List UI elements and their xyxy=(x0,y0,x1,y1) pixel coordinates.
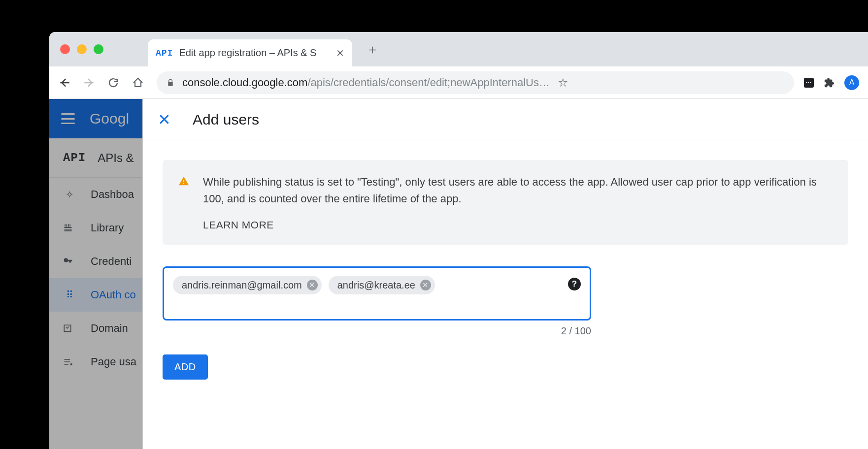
window-maximize-button[interactable] xyxy=(94,44,103,54)
home-button[interactable] xyxy=(132,77,147,89)
url-text: console.cloud.google.com/apis/credential… xyxy=(182,76,550,89)
add-users-panel: ✕ Add users While publishing status is s… xyxy=(143,99,868,449)
window-minimize-button[interactable] xyxy=(77,44,87,54)
panel-close-button[interactable]: ✕ xyxy=(158,110,171,129)
modal-scrim[interactable] xyxy=(49,99,143,449)
info-content: While publishing status is set to "Testi… xyxy=(203,174,833,231)
window-controls xyxy=(60,44,103,54)
profile-avatar[interactable]: A xyxy=(844,75,859,90)
url-host: console.cloud.google.com xyxy=(182,76,307,89)
panel-header: ✕ Add users xyxy=(143,99,868,140)
tab-favicon: API xyxy=(156,48,173,58)
browser-window: API Edit app registration – APIs & S ✕ ＋… xyxy=(49,32,868,449)
forward-button[interactable] xyxy=(83,76,98,89)
panel-title: Add users xyxy=(193,111,259,128)
user-counter: 2 / 100 xyxy=(163,325,591,337)
bookmark-star-icon[interactable]: ☆ xyxy=(558,76,568,90)
info-text: While publishing status is set to "Testi… xyxy=(203,174,833,207)
window-close-button[interactable] xyxy=(60,44,70,54)
tab-close-button[interactable]: ✕ xyxy=(336,47,344,59)
user-chip: andris.reinman@gmail.com ✕ xyxy=(173,276,322,294)
reload-button[interactable] xyxy=(107,77,122,89)
panel-body: While publishing status is set to "Testi… xyxy=(143,140,868,399)
toolbar: console.cloud.google.com/apis/credential… xyxy=(49,66,868,99)
chip-remove-button[interactable]: ✕ xyxy=(307,280,318,290)
chip-label: andris.reinman@gmail.com xyxy=(182,280,302,291)
new-tab-button[interactable]: ＋ xyxy=(366,41,379,58)
browser-tab[interactable]: API Edit app registration – APIs & S ✕ xyxy=(148,39,352,66)
chip-list: andris.reinman@gmail.com ✕ andris@kreata… xyxy=(173,276,581,294)
warning-icon xyxy=(178,176,189,187)
extensions-icon[interactable] xyxy=(824,77,835,88)
back-button[interactable] xyxy=(58,76,73,89)
chip-remove-button[interactable]: ✕ xyxy=(420,280,431,290)
user-chip: andris@kreata.ee ✕ xyxy=(329,276,435,294)
tab-title: Edit app registration – APIs & S xyxy=(179,47,330,59)
test-users-input[interactable]: andris.reinman@gmail.com ✕ andris@kreata… xyxy=(163,266,591,321)
help-icon[interactable]: ? xyxy=(568,278,581,290)
info-banner: While publishing status is set to "Testi… xyxy=(163,160,848,245)
app-content: Googl API APIs & ✧ Dashboa Library xyxy=(49,99,868,449)
add-button[interactable]: ADD xyxy=(163,354,208,380)
url-path: /apis/credentials/consent/edit;newAppInt… xyxy=(307,76,550,89)
address-bar[interactable]: console.cloud.google.com/apis/credential… xyxy=(157,71,794,94)
chip-label: andris@kreata.ee xyxy=(337,280,415,291)
learn-more-link[interactable]: LEARN MORE xyxy=(203,219,833,231)
tab-strip: API Edit app registration – APIs & S ✕ ＋ xyxy=(49,32,868,66)
lock-icon xyxy=(167,78,174,87)
extension-1password-icon[interactable] xyxy=(804,78,814,88)
